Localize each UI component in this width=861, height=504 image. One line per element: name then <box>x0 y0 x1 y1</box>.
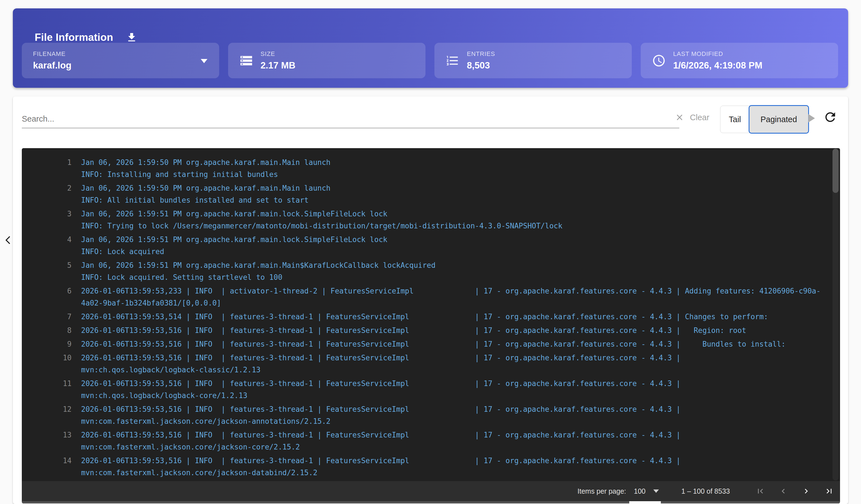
log-line-text: Jan 06, 2026 1:59:51 PM org.apache.karaf… <box>81 259 840 271</box>
line-number: 1 <box>22 156 81 180</box>
line-number: 3 <box>22 208 81 232</box>
log-line-text: 2026-01-06T13:59:53,516 | INFO | feature… <box>81 455 840 467</box>
numbered-list-icon <box>446 54 460 68</box>
page-range-label: 1 – 100 of 8533 <box>681 487 730 495</box>
log-entry: 132026-01-06T13:59:53,516 | INFO | featu… <box>22 429 840 453</box>
log-entry: 142026-01-06T13:59:53,516 | INFO | featu… <box>22 455 840 479</box>
log-entry: 122026-01-06T13:59:53,516 | INFO | featu… <box>22 403 840 427</box>
log-line-text: INFO: All initial bundles installed and … <box>81 194 840 206</box>
line-number: 5 <box>22 259 81 284</box>
log-line-text: Jan 06, 2026 1:59:50 PM org.apache.karaf… <box>81 182 840 194</box>
chevron-left-icon <box>3 233 13 247</box>
log-entry: 112026-01-06T13:59:53,516 | INFO | featu… <box>22 378 840 402</box>
filename-card[interactable]: FILENAME karaf.log <box>22 43 219 78</box>
log-entry: 4Jan 06, 2026 1:59:51 PM org.apache.kara… <box>22 234 840 258</box>
log-entry: 102026-01-06T13:59:53,516 | INFO | featu… <box>22 352 840 376</box>
log-line-text: 2026-01-06T13:59:53,516 | INFO | feature… <box>81 429 840 441</box>
paginator-bar: Items per page: 100 1 – 100 of 8533 <box>22 481 840 501</box>
filename-label: FILENAME <box>33 50 71 58</box>
log-line-text: INFO: Lock acquired <box>81 246 840 258</box>
clear-search-button[interactable]: Clear <box>675 113 709 122</box>
log-entry: 2Jan 06, 2026 1:59:50 PM org.apache.kara… <box>22 182 840 206</box>
play-tail-button[interactable] <box>803 110 818 127</box>
horizontal-scrollbar[interactable] <box>22 501 840 503</box>
first-page-button[interactable] <box>756 486 765 496</box>
log-line-text: 2026-01-06T13:59:53,516 | INFO | feature… <box>81 378 840 390</box>
log-line-text: 2026-01-06T13:59:53,516 | INFO | feature… <box>81 403 840 416</box>
line-number: 12 <box>22 403 81 427</box>
page-title: File Information <box>35 31 113 43</box>
log-line-text: INFO: Installing and starting initial bu… <box>81 168 840 180</box>
log-line-text: Jan 06, 2026 1:59:51 PM org.apache.karaf… <box>81 234 840 246</box>
line-number: 10 <box>22 352 81 376</box>
log-line-text: Jan 06, 2026 1:59:51 PM org.apache.karaf… <box>81 208 840 220</box>
line-number: 2 <box>22 182 81 206</box>
log-line-text: mvn:com.fasterxml.jackson.core/jackson-d… <box>81 467 840 479</box>
play-icon <box>803 110 818 127</box>
log-entry: 82026-01-06T13:59:53,516 | INFO | featur… <box>22 325 840 337</box>
search-input[interactable] <box>22 110 679 128</box>
vertical-scrollbar-thumb[interactable] <box>833 149 839 193</box>
size-card: SIZE 2.17 MB <box>228 43 425 78</box>
log-line-text: 2026-01-06T13:59:53,516 | INFO | feature… <box>81 325 840 337</box>
log-entry: 62026-01-06T13:59:53,233 | INFO | activa… <box>22 285 840 309</box>
filename-dropdown-caret-icon[interactable] <box>201 59 207 63</box>
log-line-text: mvn:com.fasterxml.jackson.core/jackson-a… <box>81 416 840 427</box>
clock-icon <box>652 54 666 68</box>
log-content-area: 1Jan 06, 2026 1:59:50 PM org.apache.kara… <box>22 148 840 503</box>
download-icon <box>126 31 138 43</box>
items-per-page-label: Items per page: <box>577 487 626 495</box>
refresh-button[interactable] <box>823 109 837 125</box>
last-modified-label: LAST MODIFIED <box>673 50 762 58</box>
view-mode-toggle: Tail Paginated <box>720 106 808 133</box>
log-entry: 1Jan 06, 2026 1:59:50 PM org.apache.kara… <box>22 156 840 180</box>
log-line-text: INFO: Lock acquired. Setting startlevel … <box>81 271 840 284</box>
last-page-button[interactable] <box>824 486 834 496</box>
log-line-text: 2026-01-06T13:59:53,233 | INFO | activat… <box>81 285 840 297</box>
file-information-header: File Information FILENAME karaf.log SIZE… <box>13 9 848 88</box>
entries-card: ENTRIES 8,503 <box>434 43 632 78</box>
clear-label: Clear <box>690 113 709 122</box>
items-per-page-select[interactable]: 100 <box>634 487 659 495</box>
refresh-icon <box>823 109 837 125</box>
log-viewer-panel: Clear Tail Paginated 1Jan 06, 2026 1:59:… <box>13 96 848 504</box>
download-log-button[interactable] <box>125 31 138 44</box>
line-number: 9 <box>22 338 81 350</box>
line-number: 13 <box>22 429 81 453</box>
log-lines: 1Jan 06, 2026 1:59:50 PM org.apache.kara… <box>22 148 840 481</box>
items-per-page-value: 100 <box>634 487 646 495</box>
tail-toggle-button[interactable]: Tail <box>720 106 750 133</box>
log-line-text: mvn:ch.qos.logback/logback-classic/1.2.1… <box>81 364 840 376</box>
last-modified-value: 1/6/2026, 4:19:08 PM <box>673 60 762 71</box>
select-caret-icon <box>653 489 659 493</box>
entries-value: 8,503 <box>467 60 495 71</box>
last-modified-card: LAST MODIFIED 1/6/2026, 4:19:08 PM <box>641 43 838 78</box>
vertical-scrollbar[interactable] <box>833 149 839 480</box>
line-number: 7 <box>22 311 81 323</box>
log-entry: 5Jan 06, 2026 1:59:51 PM org.apache.kara… <box>22 259 840 284</box>
log-line-text: Jan 06, 2026 1:59:50 PM org.apache.karaf… <box>81 156 840 168</box>
filename-value: karaf.log <box>33 60 71 71</box>
line-number: 8 <box>22 325 81 337</box>
close-icon <box>675 113 684 122</box>
paginated-toggle-button[interactable]: Paginated <box>749 105 809 134</box>
line-number: 14 <box>22 455 81 479</box>
log-line-text: mvn:com.fasterxml.jackson.core/jackson-c… <box>81 441 840 453</box>
next-page-button[interactable] <box>802 486 811 496</box>
collapse-panel-button[interactable] <box>2 233 14 248</box>
entries-label: ENTRIES <box>467 50 495 58</box>
log-line-text: 2026-01-06T13:59:53,516 | INFO | feature… <box>81 352 840 364</box>
size-label: SIZE <box>261 50 296 58</box>
storage-icon <box>239 54 253 68</box>
log-line-text: 2026-01-06T13:59:53,516 | INFO | feature… <box>81 338 840 350</box>
log-entry: 3Jan 06, 2026 1:59:51 PM org.apache.kara… <box>22 208 840 232</box>
log-line-text: 4a02-9baf-1b324bfa0381/[0,0.0.0] <box>81 297 840 309</box>
line-number: 6 <box>22 285 81 309</box>
size-value: 2.17 MB <box>261 60 296 71</box>
previous-page-button[interactable] <box>779 486 788 496</box>
log-line-text: mvn:ch.qos.logback/logback-core/1.2.13 <box>81 390 840 402</box>
items-per-page-select-underline <box>629 501 661 503</box>
log-line-text: INFO: Trying to lock /Users/meganmercer/… <box>81 220 840 232</box>
line-number: 4 <box>22 234 81 258</box>
log-line-text: 2026-01-06T13:59:53,514 | INFO | feature… <box>81 311 840 323</box>
